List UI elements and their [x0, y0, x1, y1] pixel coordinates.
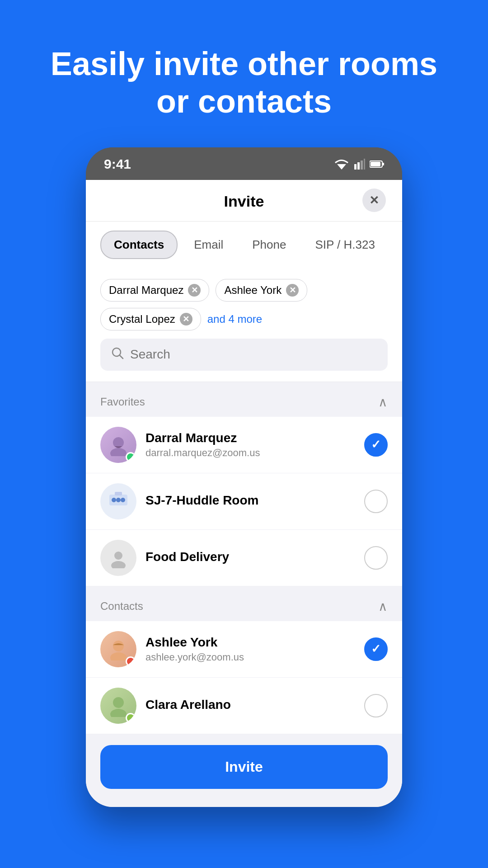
- avatar-ashlee: [100, 631, 136, 667]
- chip-crystal-remove[interactable]: ✕: [180, 313, 192, 326]
- svg-point-18: [111, 561, 126, 568]
- and-more-label[interactable]: and 4 more: [207, 308, 262, 330]
- checkbox-ashlee[interactable]: [364, 637, 388, 661]
- chip-crystal[interactable]: Crystal Lopez ✕: [100, 308, 201, 330]
- svg-point-11: [110, 448, 127, 456]
- room-icon: [108, 488, 129, 514]
- status-dot-darral: [126, 452, 136, 462]
- contacts-list: Ashlee York ashlee.york@zoom.us Clara Ar…: [86, 621, 402, 734]
- contact-row-darral[interactable]: Darral Marquez darral.marquez@zoom.us: [86, 417, 402, 473]
- contacts-section-header: Contacts ∧: [86, 586, 402, 621]
- svg-point-17: [114, 552, 122, 560]
- svg-point-20: [110, 652, 127, 660]
- search-icon: [111, 347, 124, 363]
- favorites-label: Favorites: [100, 396, 145, 408]
- favorites-chevron[interactable]: ∧: [378, 395, 388, 410]
- headline-line2: or contacts: [156, 83, 332, 119]
- close-button[interactable]: ✕: [362, 189, 386, 212]
- tab-email[interactable]: Email: [181, 231, 236, 258]
- chip-ashlee-remove[interactable]: ✕: [286, 284, 299, 297]
- checkbox-darral[interactable]: [364, 433, 388, 457]
- contacts-chevron[interactable]: ∧: [378, 599, 388, 614]
- svg-rect-16: [115, 492, 122, 495]
- headline-line1: Easily invite other rooms: [51, 46, 437, 82]
- svg-rect-6: [383, 163, 384, 165]
- contact-info-darral: Darral Marquez darral.marquez@zoom.us: [145, 431, 355, 459]
- checkbox-food[interactable]: [364, 546, 388, 570]
- favorites-section-header: Favorites ∧: [86, 382, 402, 417]
- tabs-row: Contacts Email Phone SIP / H.323: [86, 222, 402, 270]
- tab-phone[interactable]: Phone: [239, 231, 299, 258]
- battery-icon: [370, 160, 384, 168]
- invite-button[interactable]: Invite: [100, 745, 388, 789]
- contact-email-ashlee: ashlee.york@zoom.us: [145, 651, 355, 663]
- contact-info-ashlee: Ashlee York ashlee.york@zoom.us: [145, 635, 355, 663]
- chip-crystal-label: Crystal Lopez: [109, 313, 175, 326]
- tab-contacts[interactable]: Contacts: [100, 231, 178, 259]
- favorites-list: Darral Marquez darral.marquez@zoom.us: [86, 417, 402, 586]
- contact-row-clara[interactable]: Clara Arellano: [86, 678, 402, 734]
- search-bar: [100, 339, 388, 371]
- contact-name-ashlee: Ashlee York: [145, 635, 355, 650]
- checkbox-clara[interactable]: [364, 694, 388, 717]
- avatar-darral: [100, 427, 136, 463]
- svg-rect-1: [354, 164, 357, 170]
- svg-point-14: [116, 498, 121, 502]
- search-input[interactable]: [130, 347, 377, 362]
- contact-name-sj: SJ-7-Huddle Room: [145, 493, 355, 508]
- checkbox-sj[interactable]: [364, 490, 388, 513]
- wifi-icon: [333, 159, 350, 170]
- svg-point-15: [121, 498, 125, 502]
- contact-row-food[interactable]: Food Delivery: [86, 530, 402, 586]
- status-time: 9:41: [104, 156, 131, 172]
- avatar-sj: [100, 483, 136, 519]
- selected-chips: Darral Marquez ✕ Ashlee York ✕ Crystal L…: [100, 279, 388, 330]
- chip-darral[interactable]: Darral Marquez ✕: [100, 279, 209, 302]
- contact-info-clara: Clara Arellano: [145, 698, 355, 714]
- avatar-clara: [100, 688, 136, 724]
- contact-info-food: Food Delivery: [145, 550, 355, 566]
- chip-darral-remove[interactable]: ✕: [188, 284, 201, 297]
- chip-ashlee-label: Ashlee York: [224, 284, 282, 297]
- contact-email-darral: darral.marquez@zoom.us: [145, 447, 355, 459]
- chip-darral-label: Darral Marquez: [109, 284, 183, 297]
- contact-name-food: Food Delivery: [145, 550, 355, 564]
- contact-name-darral: Darral Marquez: [145, 431, 355, 445]
- svg-point-19: [113, 641, 124, 651]
- tab-sip[interactable]: SIP / H.323: [302, 231, 388, 258]
- modal-header: Invite ✕: [86, 180, 402, 222]
- svg-point-21: [113, 697, 124, 708]
- svg-marker-0: [337, 164, 346, 170]
- modal-container: Invite ✕ Contacts Email Phone SIP / H.32…: [86, 180, 402, 807]
- modal-title: Invite: [224, 193, 264, 210]
- contact-name-clara: Clara Arellano: [145, 698, 355, 712]
- svg-rect-2: [357, 162, 360, 170]
- phone-shell: 9:41 Invite ✕: [86, 147, 402, 807]
- avatar-food: [100, 540, 136, 576]
- svg-rect-3: [361, 160, 363, 170]
- svg-rect-7: [371, 162, 380, 166]
- page-headline: Easily invite other rooms or contacts: [14, 0, 474, 147]
- chip-ashlee[interactable]: Ashlee York ✕: [216, 279, 307, 302]
- contact-row-sj[interactable]: SJ-7-Huddle Room: [86, 473, 402, 530]
- contacts-label: Contacts: [100, 600, 143, 613]
- status-dot-clara: [126, 713, 136, 723]
- selected-area: Darral Marquez ✕ Ashlee York ✕ Crystal L…: [86, 270, 402, 382]
- contact-info-sj: SJ-7-Huddle Room: [145, 493, 355, 509]
- signal-icon: [354, 159, 365, 170]
- contact-row-ashlee[interactable]: Ashlee York ashlee.york@zoom.us: [86, 621, 402, 678]
- svg-point-13: [112, 498, 116, 502]
- svg-line-9: [120, 355, 123, 359]
- svg-rect-4: [364, 159, 365, 170]
- svg-point-22: [110, 709, 127, 717]
- status-bar: 9:41: [86, 147, 402, 180]
- status-dot-ashlee: [126, 656, 136, 666]
- invite-button-container: Invite: [86, 734, 402, 807]
- status-icons: [333, 159, 384, 170]
